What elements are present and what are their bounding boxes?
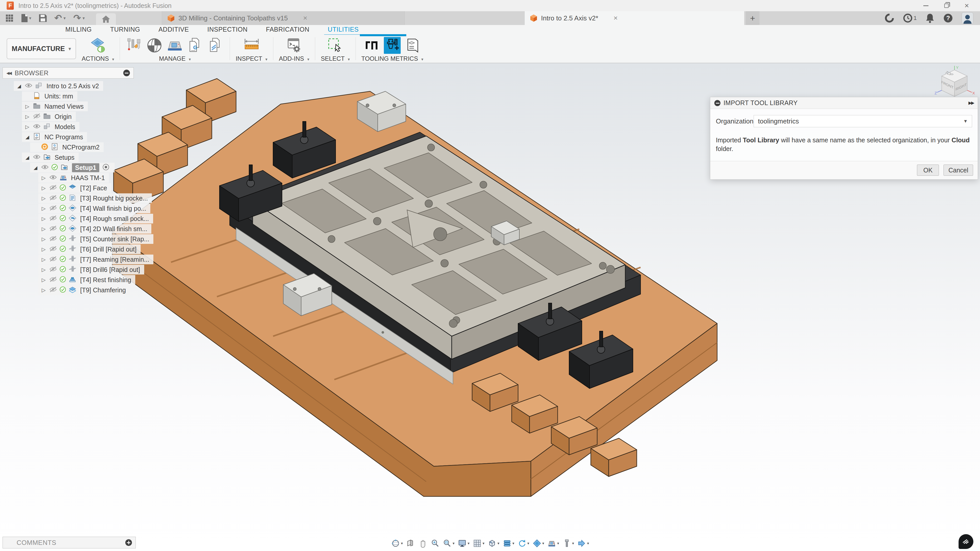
browser-row-label[interactable]: [T9] Chamfering	[80, 286, 126, 294]
browser-row-t9-chamfering[interactable]: ▷[T9] Chamfering	[38, 285, 130, 295]
visibility-off-icon[interactable]	[48, 195, 58, 202]
browser-row-label[interactable]: Intro to 2.5 Axis v2	[46, 83, 99, 90]
grid-settings-icon[interactable]: ▾	[472, 538, 486, 549]
organization-select[interactable]: toolingmetrics ▼	[754, 115, 972, 127]
minimize-button[interactable]	[921, 1, 931, 10]
app-grid-icon[interactable]	[6, 14, 13, 22]
browser-row-label[interactable]: [T4] Rest finishing	[80, 276, 131, 284]
browser-row-label[interactable]: Units: mm	[45, 93, 73, 100]
visibility-off-icon[interactable]	[48, 235, 58, 243]
browser-row-label[interactable]: NC Programs	[45, 133, 83, 141]
measure-icon[interactable]	[243, 37, 260, 54]
ribbon-tab-fabrication[interactable]: FABRICATION	[265, 25, 310, 35]
fixture-visibility-icon[interactable]: ▾	[561, 538, 575, 549]
toolbar-group-label[interactable]: ACTIONS ▾	[82, 55, 114, 62]
expander-closed-icon[interactable]: ▷	[39, 226, 48, 232]
visibility-on-icon[interactable]	[32, 123, 42, 130]
extensions-icon[interactable]	[885, 13, 894, 23]
browser-row-haas-tm-1[interactable]: ▷HAAS TM-1	[38, 173, 109, 183]
assistant-chat-icon[interactable]	[959, 534, 974, 549]
tool-library-icon[interactable]	[126, 37, 142, 54]
save-icon[interactable]	[39, 14, 47, 22]
browser-row-t2-face[interactable]: ▷[T2] Face	[38, 183, 111, 193]
expander-closed-icon[interactable]: ▷	[23, 124, 32, 130]
ok-button[interactable]: OK	[917, 165, 939, 176]
toolbar-group-label[interactable]: INSPECT ▾	[235, 55, 267, 62]
browser-row-label[interactable]: [T4] Rough small pock...	[80, 215, 149, 222]
zoom-window-icon[interactable]: ▾	[442, 538, 456, 549]
expander-closed-icon[interactable]: ▷	[23, 114, 32, 120]
visibility-off-icon[interactable]	[48, 184, 58, 192]
browser-row-label[interactable]: [T7] Reaming [Reamin...	[80, 256, 149, 263]
browser-row-nc-programs[interactable]: ◢GNC Programs	[22, 132, 87, 142]
hide-panel-icon[interactable]	[123, 70, 130, 76]
file-menu-icon[interactable]: ▾	[21, 14, 32, 22]
expander-open-icon[interactable]: ◢	[15, 83, 24, 89]
expander-closed-icon[interactable]: ▷	[23, 103, 32, 110]
machine-library-icon[interactable]	[166, 37, 183, 54]
toolbar-group-label[interactable]: ADD-INS ▾	[279, 55, 309, 62]
new-tab-button[interactable]: +	[746, 11, 759, 25]
visibility-on-icon[interactable]	[32, 154, 42, 161]
visibility-on-icon[interactable]	[24, 83, 34, 89]
visibility-off-icon[interactable]	[48, 205, 58, 212]
post-library-icon[interactable]	[207, 37, 224, 54]
browser-row-label[interactable]: [T4] 2D Wall finish sm...	[80, 225, 147, 233]
actions-icon[interactable]	[89, 37, 107, 54]
gcode-editor-icon[interactable]: G	[187, 37, 204, 54]
ribbon-tab-additive[interactable]: ADDITIVE	[158, 25, 190, 35]
collapse-panel-icon[interactable]: ◀◀	[6, 71, 11, 76]
browser-row-ncprogram2[interactable]: GNCProgram2	[30, 142, 103, 152]
expander-closed-icon[interactable]: ▷	[39, 175, 48, 181]
expander-closed-icon[interactable]: ▷	[39, 236, 48, 242]
dialog-dock-icon[interactable]: ▶▶	[969, 100, 974, 106]
tooling-card-icon[interactable]	[404, 37, 421, 54]
visibility-on-icon[interactable]	[48, 174, 58, 181]
expander-closed-icon[interactable]: ▷	[39, 277, 48, 283]
browser-row-label[interactable]: HAAS TM-1	[71, 174, 105, 182]
post-process-icon[interactable]: ▾	[576, 538, 590, 549]
expander-closed-icon[interactable]: ▷	[39, 205, 48, 211]
browser-row-t3-rought-big-pocke[interactable]: ▷[T3] Rought big pocke...	[38, 193, 152, 203]
browser-row-t5-counter-sink-rap[interactable]: ▷[T5] Counter sink [Rap...	[38, 234, 153, 244]
ribbon-tab-utilities[interactable]: UTILITIES	[327, 25, 360, 35]
expander-open-icon[interactable]: ◢	[23, 155, 32, 160]
job-status-icon[interactable]: 1	[903, 13, 917, 23]
tooling-metrics-logo-icon[interactable]	[363, 37, 380, 54]
browser-row-label[interactable]: Setups	[55, 154, 75, 161]
browser-row-label[interactable]: [T5] Counter sink [Rap...	[80, 235, 149, 243]
browser-row-label[interactable]: [T2] Face	[80, 184, 107, 192]
compare-icon[interactable]: ▾	[531, 538, 546, 549]
expander-closed-icon[interactable]: ▷	[39, 185, 48, 191]
viewports-icon[interactable]: ▾	[487, 538, 501, 549]
browser-row-label[interactable]: NCProgram2	[62, 144, 100, 151]
close-button[interactable]: ×	[962, 1, 971, 10]
expander-closed-icon[interactable]: ▷	[39, 287, 48, 293]
expander-closed-icon[interactable]: ▷	[39, 267, 48, 273]
expander-open-icon[interactable]: ◢	[31, 165, 40, 171]
select-icon[interactable]	[327, 37, 344, 54]
browser-row-t7-reaming-reamin[interactable]: ▷[T7] Reaming [Reamin...	[38, 254, 153, 264]
machine-simulation-icon[interactable]	[146, 37, 163, 54]
toolbar-group-label[interactable]: TOOLING METRICS ▾	[361, 55, 423, 62]
browser-row-t4-2d-wall-finish-sm[interactable]: ▷[T4] 2D Wall finish sm...	[38, 224, 151, 233]
browser-row-named-views[interactable]: ▷Named Views	[22, 102, 88, 111]
browser-row-origin[interactable]: ▷Origin	[22, 112, 76, 121]
visibility-off-icon[interactable]	[48, 286, 58, 294]
browser-row-setups[interactable]: ◢Setups	[22, 152, 79, 162]
ribbon-tab-milling[interactable]: MILLING	[64, 25, 93, 35]
add-comment-icon[interactable]	[125, 539, 132, 546]
browser-row-units-mm[interactable]: Units: mm	[22, 91, 77, 101]
active-setup-radio-icon[interactable]	[101, 164, 110, 171]
undo-icon[interactable]: ↶▾	[54, 13, 66, 24]
viewport-3d[interactable]: TOP FRONT RIGHT Y X Z ◀◀ BROWSER ◢Intro …	[0, 63, 980, 551]
expander-closed-icon[interactable]: ▷	[39, 256, 48, 262]
close-tab-icon[interactable]: ×	[614, 14, 617, 22]
browser-row-label[interactable]: [T3] Rought big pocke...	[80, 195, 148, 202]
visibility-off-icon[interactable]	[48, 266, 58, 273]
home-button[interactable]	[96, 13, 116, 25]
visibility-off-icon[interactable]	[32, 113, 42, 120]
simulate-icon[interactable]: ▾	[516, 538, 530, 549]
orbit-icon[interactable]: ▾	[390, 538, 404, 549]
look-at-icon[interactable]	[405, 538, 416, 549]
